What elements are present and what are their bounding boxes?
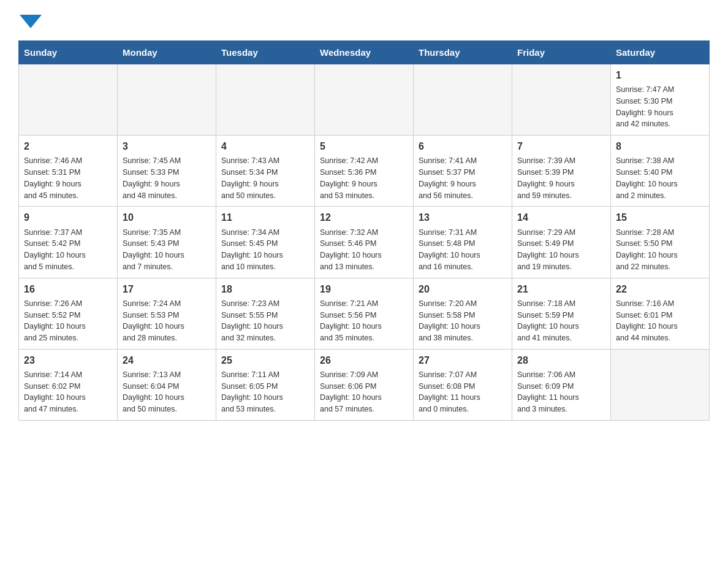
day-number: 3 [123, 139, 211, 153]
day-number: 24 [123, 353, 211, 367]
day-info: Sunrise: 7:24 AMSunset: 5:53 PMDaylight:… [123, 298, 211, 344]
calendar-cell: 18Sunrise: 7:23 AMSunset: 5:55 PMDayligh… [216, 278, 315, 349]
day-info: Sunrise: 7:41 AMSunset: 5:37 PMDaylight:… [419, 155, 507, 201]
day-info: Sunrise: 7:29 AMSunset: 5:49 PMDaylight:… [517, 227, 605, 273]
day-info: Sunrise: 7:38 AMSunset: 5:40 PMDaylight:… [616, 155, 704, 201]
calendar-cell [19, 64, 118, 136]
calendar-cell [414, 64, 512, 136]
day-info: Sunrise: 7:21 AMSunset: 5:56 PMDaylight:… [320, 298, 408, 344]
day-info: Sunrise: 7:45 AMSunset: 5:33 PMDaylight:… [123, 155, 211, 201]
day-info: Sunrise: 7:31 AMSunset: 5:48 PMDaylight:… [419, 227, 507, 273]
day-number: 20 [419, 282, 507, 296]
calendar-cell: 23Sunrise: 7:14 AMSunset: 6:02 PMDayligh… [19, 349, 118, 420]
calendar-cell [216, 64, 315, 136]
day-info: Sunrise: 7:35 AMSunset: 5:43 PMDaylight:… [123, 227, 211, 273]
calendar-cell: 24Sunrise: 7:13 AMSunset: 6:04 PMDayligh… [118, 349, 216, 420]
day-info: Sunrise: 7:13 AMSunset: 6:04 PMDaylight:… [123, 369, 211, 415]
day-number: 5 [320, 139, 408, 153]
calendar-cell [512, 64, 611, 136]
day-number: 27 [419, 353, 507, 367]
calendar-cell: 10Sunrise: 7:35 AMSunset: 5:43 PMDayligh… [118, 207, 216, 278]
calendar-cell: 11Sunrise: 7:34 AMSunset: 5:45 PMDayligh… [216, 207, 315, 278]
calendar-cell [611, 349, 710, 420]
calendar-cell: 12Sunrise: 7:32 AMSunset: 5:46 PMDayligh… [315, 207, 414, 278]
calendar-cell: 1Sunrise: 7:47 AMSunset: 5:30 PMDaylight… [611, 64, 710, 136]
day-number: 7 [517, 139, 605, 153]
calendar-cell: 15Sunrise: 7:28 AMSunset: 5:50 PMDayligh… [611, 207, 710, 278]
day-of-week-wednesday: Wednesday [315, 41, 414, 64]
day-info: Sunrise: 7:07 AMSunset: 6:08 PMDaylight:… [419, 369, 507, 415]
day-number: 17 [123, 282, 211, 296]
calendar-cell: 9Sunrise: 7:37 AMSunset: 5:42 PMDaylight… [19, 207, 118, 278]
day-info: Sunrise: 7:16 AMSunset: 6:01 PMDaylight:… [616, 298, 704, 344]
calendar-cell: 5Sunrise: 7:42 AMSunset: 5:36 PMDaylight… [315, 136, 414, 207]
calendar-cell: 22Sunrise: 7:16 AMSunset: 6:01 PMDayligh… [611, 278, 710, 349]
day-number: 16 [24, 282, 112, 296]
day-number: 8 [616, 139, 704, 153]
day-info: Sunrise: 7:11 AMSunset: 6:05 PMDaylight:… [221, 369, 309, 415]
calendar-cell: 8Sunrise: 7:38 AMSunset: 5:40 PMDaylight… [611, 136, 710, 207]
calendar-table: SundayMondayTuesdayWednesdayThursdayFrid… [18, 40, 710, 421]
day-number: 1 [616, 68, 704, 82]
calendar-cell [118, 64, 216, 136]
week-row-1: 1Sunrise: 7:47 AMSunset: 5:30 PMDaylight… [19, 64, 710, 136]
calendar-cell: 16Sunrise: 7:26 AMSunset: 5:52 PMDayligh… [19, 278, 118, 349]
day-number: 25 [221, 353, 309, 367]
day-number: 2 [24, 139, 112, 153]
day-of-week-thursday: Thursday [414, 41, 512, 64]
week-row-2: 2Sunrise: 7:46 AMSunset: 5:31 PMDaylight… [19, 136, 710, 207]
calendar-cell: 2Sunrise: 7:46 AMSunset: 5:31 PMDaylight… [19, 136, 118, 207]
day-info: Sunrise: 7:42 AMSunset: 5:36 PMDaylight:… [320, 155, 408, 201]
day-info: Sunrise: 7:32 AMSunset: 5:46 PMDaylight:… [320, 227, 408, 273]
day-number: 4 [221, 139, 309, 153]
logo [18, 12, 42, 28]
calendar-cell: 20Sunrise: 7:20 AMSunset: 5:58 PMDayligh… [414, 278, 512, 349]
day-of-week-tuesday: Tuesday [216, 41, 315, 64]
day-info: Sunrise: 7:34 AMSunset: 5:45 PMDaylight:… [221, 227, 309, 273]
calendar-cell: 13Sunrise: 7:31 AMSunset: 5:48 PMDayligh… [414, 207, 512, 278]
day-info: Sunrise: 7:18 AMSunset: 5:59 PMDaylight:… [517, 298, 605, 344]
calendar-cell: 3Sunrise: 7:45 AMSunset: 5:33 PMDaylight… [118, 136, 216, 207]
calendar-cell [315, 64, 414, 136]
day-number: 21 [517, 282, 605, 296]
calendar-cell: 17Sunrise: 7:24 AMSunset: 5:53 PMDayligh… [118, 278, 216, 349]
day-info: Sunrise: 7:26 AMSunset: 5:52 PMDaylight:… [24, 298, 112, 344]
day-of-week-monday: Monday [118, 41, 216, 64]
day-info: Sunrise: 7:28 AMSunset: 5:50 PMDaylight:… [616, 227, 704, 273]
day-number: 19 [320, 282, 408, 296]
day-info: Sunrise: 7:23 AMSunset: 5:55 PMDaylight:… [221, 298, 309, 344]
logo-top [18, 12, 42, 28]
day-number: 15 [616, 210, 704, 224]
day-info: Sunrise: 7:47 AMSunset: 5:30 PMDaylight:… [616, 84, 704, 130]
calendar-header: SundayMondayTuesdayWednesdayThursdayFrid… [19, 41, 710, 64]
calendar-cell: 7Sunrise: 7:39 AMSunset: 5:39 PMDaylight… [512, 136, 611, 207]
page-header [18, 12, 710, 28]
day-number: 22 [616, 282, 704, 296]
week-row-5: 23Sunrise: 7:14 AMSunset: 6:02 PMDayligh… [19, 349, 710, 420]
calendar-cell: 26Sunrise: 7:09 AMSunset: 6:06 PMDayligh… [315, 349, 414, 420]
calendar-body: 1Sunrise: 7:47 AMSunset: 5:30 PMDaylight… [19, 64, 710, 421]
day-of-week-friday: Friday [512, 41, 611, 64]
day-info: Sunrise: 7:39 AMSunset: 5:39 PMDaylight:… [517, 155, 605, 201]
day-number: 13 [419, 210, 507, 224]
day-number: 12 [320, 210, 408, 224]
day-number: 11 [221, 210, 309, 224]
day-info: Sunrise: 7:20 AMSunset: 5:58 PMDaylight:… [419, 298, 507, 344]
calendar-cell: 25Sunrise: 7:11 AMSunset: 6:05 PMDayligh… [216, 349, 315, 420]
calendar-cell: 6Sunrise: 7:41 AMSunset: 5:37 PMDaylight… [414, 136, 512, 207]
logo-triangle-icon [20, 15, 42, 28]
calendar-cell: 19Sunrise: 7:21 AMSunset: 5:56 PMDayligh… [315, 278, 414, 349]
calendar-cell: 4Sunrise: 7:43 AMSunset: 5:34 PMDaylight… [216, 136, 315, 207]
day-of-week-sunday: Sunday [19, 41, 118, 64]
calendar-cell: 27Sunrise: 7:07 AMSunset: 6:08 PMDayligh… [414, 349, 512, 420]
days-of-week-row: SundayMondayTuesdayWednesdayThursdayFrid… [19, 41, 710, 64]
calendar-cell: 21Sunrise: 7:18 AMSunset: 5:59 PMDayligh… [512, 278, 611, 349]
day-number: 18 [221, 282, 309, 296]
calendar-cell: 14Sunrise: 7:29 AMSunset: 5:49 PMDayligh… [512, 207, 611, 278]
day-info: Sunrise: 7:06 AMSunset: 6:09 PMDaylight:… [517, 369, 605, 415]
day-number: 6 [419, 139, 507, 153]
calendar-cell: 28Sunrise: 7:06 AMSunset: 6:09 PMDayligh… [512, 349, 611, 420]
day-number: 23 [24, 353, 112, 367]
day-number: 28 [517, 353, 605, 367]
day-info: Sunrise: 7:09 AMSunset: 6:06 PMDaylight:… [320, 369, 408, 415]
